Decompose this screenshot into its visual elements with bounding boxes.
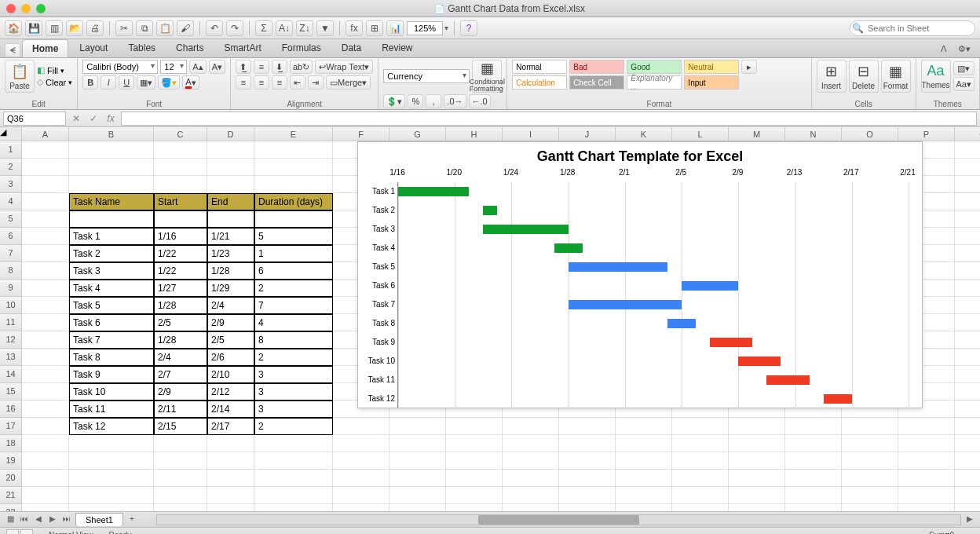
row-headers[interactable]: 12345678910111213141516171819202122 <box>0 141 22 512</box>
ribbon-settings-icon[interactable]: ⚙▾ <box>953 41 975 57</box>
merge-button[interactable]: ▭ Merge ▾ <box>326 75 371 90</box>
percent-icon[interactable]: % <box>408 94 423 108</box>
insert-button[interactable]: ⊞Insert <box>817 60 847 93</box>
cell[interactable] <box>154 176 207 193</box>
cell[interactable]: 2/14 <box>207 400 254 418</box>
cell[interactable] <box>154 470 207 487</box>
row-header[interactable]: 7 <box>0 245 22 262</box>
gantt-bar[interactable] <box>398 187 469 196</box>
cell[interactable] <box>955 470 980 487</box>
conditional-formatting-button[interactable]: ▦Conditional Formatting <box>472 60 502 93</box>
sheet-tab-active[interactable]: Sheet1 <box>75 513 123 526</box>
scroll-right-icon[interactable]: ▶ <box>964 514 975 525</box>
cell[interactable] <box>69 141 154 159</box>
cell[interactable]: 1/22 <box>154 245 207 262</box>
cell[interactable] <box>333 435 389 452</box>
cell[interactable]: 1/27 <box>154 280 207 297</box>
cell[interactable] <box>672 470 729 487</box>
cell[interactable]: Task 7 <box>69 331 154 349</box>
cell[interactable] <box>955 193 980 210</box>
cell[interactable] <box>955 487 980 504</box>
cell[interactable] <box>69 435 154 452</box>
cell[interactable] <box>207 452 254 470</box>
home-icon[interactable]: 🏠 <box>5 20 22 36</box>
cell[interactable]: Task Name <box>69 193 154 210</box>
cell[interactable] <box>69 487 154 504</box>
cell[interactable] <box>22 400 69 418</box>
cell[interactable] <box>22 245 69 262</box>
cell[interactable]: Task 3 <box>69 262 154 280</box>
cell[interactable]: 2/10 <box>207 366 254 383</box>
gantt-bar[interactable] <box>569 262 667 272</box>
cell[interactable] <box>955 383 980 400</box>
cell[interactable] <box>955 504 980 512</box>
cell[interactable]: 2/9 <box>207 314 254 331</box>
cell[interactable]: 2/9 <box>154 383 207 400</box>
comma-icon[interactable]: , <box>426 94 441 108</box>
cell[interactable] <box>729 487 785 504</box>
cell[interactable] <box>785 470 842 487</box>
cell[interactable] <box>22 314 69 331</box>
gantt-bar[interactable] <box>710 338 752 347</box>
cell[interactable] <box>785 452 842 470</box>
show-formulas-icon[interactable]: ⊞ <box>366 20 383 36</box>
gantt-bar[interactable] <box>483 206 497 215</box>
cell[interactable] <box>207 159 254 176</box>
cell[interactable] <box>955 452 980 470</box>
cell[interactable] <box>389 504 446 512</box>
cell[interactable] <box>785 418 842 435</box>
cell[interactable]: 3 <box>254 400 333 418</box>
cell[interactable] <box>955 400 980 418</box>
cell[interactable] <box>389 435 446 452</box>
cell[interactable] <box>254 210 333 228</box>
sort-asc-icon[interactable]: A↓ <box>276 20 293 36</box>
cell[interactable] <box>254 452 333 470</box>
cell[interactable]: 2/15 <box>154 418 207 435</box>
gantt-bar[interactable] <box>667 319 696 328</box>
ribbon-tab-data[interactable]: Data <box>332 39 371 57</box>
cell[interactable] <box>955 159 980 176</box>
theme-colors-icon[interactable]: ▧▾ <box>953 61 975 75</box>
gantt-bar[interactable] <box>569 300 682 309</box>
cell[interactable] <box>154 452 207 470</box>
cell[interactable] <box>333 470 389 487</box>
row-header[interactable]: 5 <box>0 210 22 228</box>
cell[interactable] <box>842 504 898 512</box>
cancel-formula-icon[interactable]: ✕ <box>69 112 83 126</box>
row-header[interactable]: 4 <box>0 193 22 210</box>
cell[interactable] <box>955 297 980 314</box>
row-header[interactable]: 13 <box>0 349 22 366</box>
page-layout-view-icon[interactable] <box>20 529 33 534</box>
cell[interactable] <box>559 504 616 512</box>
cell[interactable] <box>254 470 333 487</box>
cell[interactable]: 2/7 <box>154 366 207 383</box>
cell[interactable] <box>22 159 69 176</box>
cell[interactable] <box>254 504 333 512</box>
font-color-button[interactable]: A▾ <box>182 75 199 90</box>
cell[interactable]: 2/6 <box>207 349 254 366</box>
cell[interactable]: Task 4 <box>69 280 154 297</box>
orientation-icon[interactable]: ab↻ <box>290 60 313 74</box>
clear-label[interactable]: Clear <box>46 78 66 87</box>
cell[interactable] <box>69 504 154 512</box>
paste-icon[interactable]: 📋 <box>156 20 174 36</box>
col-header[interactable]: J <box>559 127 616 141</box>
cell[interactable]: 2/11 <box>154 400 207 418</box>
cell[interactable] <box>389 418 446 435</box>
cell[interactable] <box>898 470 955 487</box>
gantt-bar[interactable] <box>824 394 852 404</box>
help-icon[interactable]: ? <box>460 20 477 36</box>
bold-button[interactable]: B <box>82 75 98 90</box>
cell[interactable]: 1/23 <box>207 245 254 262</box>
minimize-window-button[interactable] <box>21 4 31 13</box>
col-header[interactable]: K <box>616 127 672 141</box>
font-size-select[interactable] <box>160 60 187 74</box>
cell[interactable] <box>333 487 389 504</box>
underline-button[interactable]: U <box>119 75 134 90</box>
col-header[interactable]: F <box>333 127 389 141</box>
cell[interactable] <box>503 487 559 504</box>
view-switcher[interactable] <box>6 529 33 534</box>
cell[interactable]: 2/12 <box>207 383 254 400</box>
zoom-window-button[interactable] <box>36 4 46 13</box>
ribbon-tab-review[interactable]: Review <box>372 39 422 57</box>
